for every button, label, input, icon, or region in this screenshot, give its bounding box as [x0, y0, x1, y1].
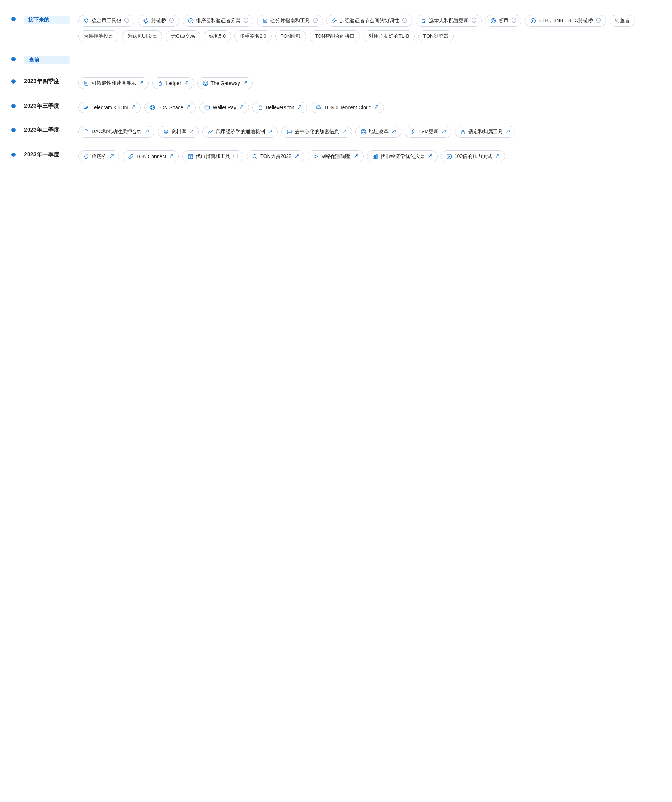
- tag-item[interactable]: Believers.ton: [253, 102, 307, 113]
- svg-point-20: [492, 20, 495, 22]
- tag-item[interactable]: Wallet Pay: [199, 102, 249, 113]
- info-icon[interactable]: i: [169, 18, 174, 24]
- tag-label: Telegram × TON: [92, 105, 128, 110]
- external-link-icon[interactable]: [295, 154, 299, 159]
- external-link-icon[interactable]: [169, 154, 173, 159]
- tag-item[interactable]: The Gateway: [198, 77, 253, 89]
- svg-line-73: [355, 155, 358, 157]
- tag-label: TON Connect: [136, 154, 166, 159]
- tag-item: 为钱包UI投票: [122, 30, 162, 42]
- external-link-icon[interactable]: [185, 81, 189, 86]
- external-link-icon[interactable]: [342, 129, 347, 134]
- external-link-icon[interactable]: [240, 105, 244, 110]
- tag-item[interactable]: 资料库: [158, 126, 199, 138]
- tag-item[interactable]: TON Space: [144, 102, 196, 113]
- tag-label: 代币经济学的通缩机制: [216, 129, 265, 135]
- info-icon[interactable]: i: [233, 154, 238, 159]
- tag-label: 去中心化的加密信息: [295, 129, 339, 135]
- svg-line-68: [295, 155, 298, 157]
- tags-container: 跨链桥TON Connect代币指南和工具iTON大赏2022网络配置调整代币经…: [78, 150, 661, 162]
- external-link-icon[interactable]: [145, 129, 149, 134]
- svg-rect-75: [374, 155, 376, 158]
- external-link-icon[interactable]: [186, 105, 190, 110]
- tag-label: TON浏览器: [423, 33, 449, 39]
- info-icon[interactable]: i: [125, 18, 129, 24]
- section-upcoming: 接下来的稳定币工具包i跨链桥i排序器和验证者分离i链分片指南和工具i加强验证者节…: [11, 8, 661, 49]
- external-link-icon[interactable]: [506, 129, 510, 134]
- tag-item[interactable]: TON Connect: [123, 150, 179, 162]
- svg-text:i: i: [514, 19, 514, 22]
- section-bullet: [11, 104, 16, 108]
- tag-label: TON × Tencent Cloud: [324, 105, 372, 110]
- tag-item[interactable]: 去中心化的加密信息: [281, 126, 352, 138]
- svg-point-70: [314, 157, 315, 158]
- info-icon[interactable]: i: [512, 18, 516, 24]
- svg-line-43: [240, 106, 243, 108]
- tag-item[interactable]: 代币经济学的通缩机制: [202, 126, 278, 138]
- external-link-icon[interactable]: [298, 105, 302, 110]
- external-link-icon[interactable]: [374, 105, 379, 110]
- tag-icon: [332, 18, 337, 24]
- info-icon[interactable]: i: [402, 18, 407, 24]
- tag-label: 稳定币工具包: [92, 18, 121, 24]
- tag-label: 100倍的压力测试: [455, 153, 492, 160]
- svg-rect-44: [259, 107, 262, 110]
- tag-item[interactable]: 可拓展性和速度展示: [78, 77, 149, 89]
- tag-item[interactable]: 锁定和归属工具: [455, 126, 515, 138]
- external-link-icon[interactable]: [139, 81, 144, 86]
- tag-label: 锁定和归属工具: [468, 129, 503, 135]
- tag-item[interactable]: 100倍的压力测试: [441, 150, 505, 162]
- tag-label: 跨链桥: [151, 18, 166, 24]
- tag-label: 多重签名2.0: [240, 33, 266, 39]
- svg-point-34: [203, 81, 208, 86]
- tag-icon: [163, 129, 169, 134]
- tag-item[interactable]: Ledger: [152, 77, 194, 89]
- tag-item: 跨链桥i: [138, 15, 179, 27]
- svg-point-53: [361, 130, 366, 134]
- tag-item[interactable]: TVM更新: [405, 126, 451, 138]
- tags-container: 可拓展性和速度展示LedgerThe Gateway: [78, 77, 661, 89]
- info-icon[interactable]: i: [244, 18, 248, 24]
- tag-icon: [372, 154, 378, 159]
- tag-item[interactable]: 跨链桥: [78, 150, 119, 162]
- svg-line-46: [375, 106, 378, 108]
- external-link-icon[interactable]: [110, 154, 114, 159]
- info-icon[interactable]: i: [313, 18, 318, 24]
- tag-item[interactable]: DAO和流动性质押合约: [78, 126, 154, 138]
- svg-point-19: [491, 19, 496, 23]
- external-link-icon[interactable]: [442, 129, 446, 134]
- tag-icon: [128, 154, 134, 159]
- svg-point-69: [314, 155, 315, 156]
- svg-line-77: [429, 155, 432, 157]
- external-link-icon[interactable]: [189, 129, 194, 134]
- tag-item[interactable]: TON大赏2022: [247, 150, 304, 162]
- tag-icon: [84, 105, 89, 110]
- tag-icon: [208, 129, 213, 134]
- external-link-icon[interactable]: [268, 129, 272, 134]
- tag-item[interactable]: TON × Tencent Cloud: [311, 102, 384, 113]
- external-link-icon[interactable]: [428, 154, 432, 159]
- info-icon[interactable]: i: [472, 18, 476, 24]
- tag-item: 钱包5.0: [204, 30, 231, 42]
- tag-icon: [188, 154, 193, 159]
- external-link-icon[interactable]: [243, 81, 248, 86]
- external-link-icon[interactable]: [392, 129, 396, 134]
- section-label: 2023年二季度: [24, 126, 70, 134]
- tag-item[interactable]: Telegram × TON: [78, 102, 141, 113]
- tag-item[interactable]: 代币经济学优化投票: [367, 150, 437, 162]
- external-link-icon[interactable]: [131, 105, 135, 110]
- tag-icon: [84, 154, 89, 159]
- tag-item: TON浏览器: [418, 30, 454, 42]
- tag-item[interactable]: 网络配置调整: [308, 150, 363, 162]
- external-link-icon[interactable]: [354, 154, 358, 159]
- external-link-icon[interactable]: [495, 154, 500, 159]
- timeline: 接下来的稳定币工具包i跨链桥i排序器和验证者分离i链分片指南和工具i加强验证者节…: [11, 8, 661, 169]
- section-bullet: [11, 57, 16, 61]
- tag-icon: [252, 154, 258, 159]
- section-label: 2023年三季度: [24, 102, 70, 110]
- svg-rect-32: [159, 83, 162, 85]
- info-icon[interactable]: i: [596, 18, 601, 24]
- svg-line-37: [132, 106, 135, 108]
- tag-item[interactable]: 地址改革: [355, 126, 401, 138]
- svg-line-67: [256, 157, 257, 159]
